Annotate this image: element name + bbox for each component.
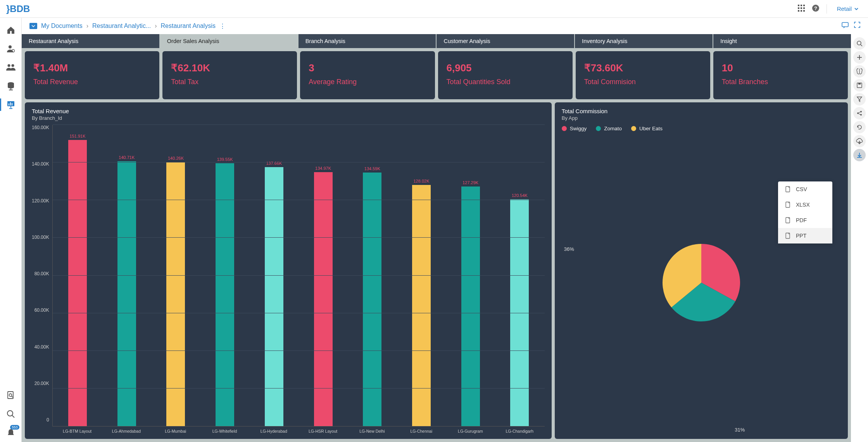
sidebar-home[interactable] [0, 21, 22, 40]
svg-rect-20 [9, 104, 9, 105]
search-icon [6, 409, 16, 419]
bars-area: 151.91K140.71K140.26K139.55K137.66K134.9… [52, 125, 545, 426]
export-xlsx[interactable]: XLSX [778, 197, 832, 212]
kpi-card: 6,905Total Quantities Sold [438, 51, 573, 99]
sidebar-notifications[interactable]: 553 [0, 423, 22, 442]
help-icon[interactable]: ? [812, 4, 820, 14]
chevron-right-icon: › [155, 22, 157, 29]
breadcrumb-root[interactable]: My Documents [41, 22, 83, 29]
tab-inventory-analysis[interactable]: Inventory Analysis [575, 34, 713, 48]
kpi-card: 10Total Branches [713, 51, 848, 99]
workspace-dropdown-label: Retail [837, 5, 852, 12]
svg-rect-2 [801, 5, 802, 6]
pie-svg [657, 238, 746, 327]
sidebar-user-settings[interactable] [0, 40, 22, 58]
export-menu: CSV XLSX PDF PPT [778, 181, 832, 243]
kpi-label: Total Revenue [33, 78, 151, 86]
legend-item[interactable]: Uber Eats [631, 126, 663, 131]
apps-grid-icon[interactable] [798, 5, 805, 13]
kpi-label: Average Rating [309, 78, 426, 86]
chart-title: Total Commission [562, 108, 841, 114]
breadcrumb-bar: My Documents › Restaurant Analytic... › … [22, 18, 868, 34]
tab-branch-analysis[interactable]: Branch Analysis [299, 34, 436, 48]
pie-slice-label: 36% [564, 246, 574, 252]
bar[interactable]: 134.97K [301, 125, 345, 426]
export-csv[interactable]: CSV [778, 181, 832, 197]
tab-customer-analysis[interactable]: Customer Analysis [437, 34, 574, 48]
svg-line-29 [12, 415, 14, 418]
kpi-card: 3Average Rating [300, 51, 435, 99]
chart-subtitle: By Branch_Id [32, 115, 545, 121]
svg-line-27 [12, 396, 13, 397]
kpi-value: ₹73.60K [584, 62, 702, 74]
bar[interactable]: 140.71K [105, 125, 148, 426]
svg-rect-5 [801, 7, 802, 9]
save-icon [856, 82, 863, 88]
chart-legend: Swiggy Zomato Uber Eats [562, 126, 841, 131]
rail-download[interactable] [853, 149, 866, 161]
rail-cloud[interactable] [853, 135, 866, 147]
svg-point-42 [860, 111, 862, 112]
folder-icon[interactable] [29, 23, 37, 29]
svg-point-14 [7, 64, 10, 67]
rail-filter[interactable] [853, 93, 866, 105]
export-pdf[interactable]: PDF [778, 212, 832, 228]
legend-item[interactable]: Swiggy [562, 126, 587, 131]
sidebar-audit[interactable] [0, 386, 22, 405]
rail-share[interactable] [853, 107, 866, 119]
rail-refresh[interactable] [853, 121, 866, 133]
sidebar-dashboard[interactable] [0, 95, 22, 114]
svg-rect-30 [842, 22, 848, 27]
y-axis: 160.00K140.00K120.00K100.00K80.00K60.00K… [32, 125, 52, 433]
bar[interactable]: 140.26K [154, 125, 198, 426]
svg-line-44 [859, 112, 861, 113]
svg-line-36 [861, 45, 862, 46]
chevron-right-icon: › [86, 22, 88, 29]
presentation-icon [6, 100, 16, 109]
pie-chart: 36% 31% [562, 131, 841, 433]
download-icon [856, 152, 863, 158]
svg-rect-22 [12, 103, 12, 105]
rail-save[interactable] [853, 79, 866, 92]
kpi-row: ₹1.40MTotal Revenue ₹62.10KTotal Tax 3Av… [22, 48, 851, 99]
bar[interactable]: 139.55K [203, 125, 247, 426]
kpi-value: 10 [722, 62, 839, 74]
comment-icon[interactable] [842, 22, 849, 30]
kpi-value: 3 [309, 62, 426, 74]
svg-point-26 [9, 394, 12, 397]
right-rail [851, 34, 868, 442]
svg-rect-7 [798, 10, 799, 12]
chart-total-commission: Total Commission By App Swiggy Zomato Ub… [555, 102, 848, 439]
breadcrumb-current[interactable]: Restaurant Analysis [161, 22, 216, 29]
bar[interactable]: 120.54K [498, 125, 542, 426]
kpi-label: Total Tax [171, 78, 288, 86]
breadcrumb-folder[interactable]: Restaurant Analytic... [92, 22, 151, 29]
bar[interactable]: 128.02K [400, 125, 443, 426]
kpi-value: ₹1.40M [33, 62, 151, 74]
rail-add[interactable] [853, 51, 866, 64]
more-vertical-icon[interactable]: ⋮ [219, 22, 226, 30]
dashboard-tabs: Restaurant Analysis Order Sales Analysis… [22, 34, 851, 48]
sidebar-data[interactable] [0, 77, 22, 95]
sidebar-users[interactable] [0, 58, 22, 77]
bar[interactable]: 134.59K [350, 125, 394, 426]
svg-point-43 [860, 114, 862, 116]
bar[interactable]: 151.91K [56, 125, 100, 426]
rail-search[interactable] [853, 37, 866, 50]
file-search-icon [6, 391, 16, 400]
tab-insight[interactable]: Insight [713, 34, 851, 48]
fullscreen-icon[interactable] [854, 22, 860, 30]
legend-item[interactable]: Zomato [596, 126, 622, 131]
export-ppt[interactable]: PPT [778, 228, 832, 243]
bar[interactable]: 137.66K [252, 125, 296, 426]
workspace-dropdown[interactable]: Retail [834, 4, 862, 14]
svg-point-12 [9, 45, 12, 48]
tab-order-sales-analysis[interactable]: Order Sales Analysis [160, 34, 298, 48]
tab-restaurant-analysis[interactable]: Restaurant Analysis [22, 34, 159, 48]
chart-title: Total Revenue [32, 108, 545, 114]
bar[interactable]: 127.29K [449, 125, 492, 426]
cloud-download-icon [856, 138, 863, 144]
rail-ai[interactable] [853, 65, 866, 78]
file-icon [785, 186, 791, 192]
sidebar-search[interactable] [0, 405, 22, 423]
